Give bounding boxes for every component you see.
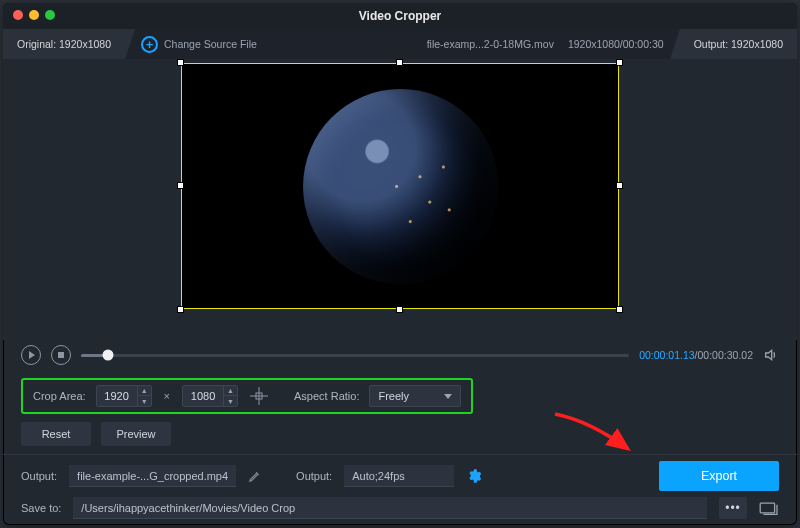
crop-handle-bottom-right[interactable]	[616, 306, 623, 313]
transport-bar: 00:00:01.13/00:00:30.02	[3, 340, 797, 370]
crop-handle-right[interactable]	[616, 182, 623, 189]
crop-height-field[interactable]: ▲▼	[182, 385, 238, 407]
crop-height-down[interactable]: ▼	[224, 396, 237, 406]
original-label: Original:	[17, 38, 56, 50]
close-window-button[interactable]	[13, 10, 23, 20]
save-to-path-value: /Users/ihappyacethinker/Movies/Video Cro…	[81, 502, 295, 514]
traffic-lights	[13, 10, 55, 20]
app-title: Video Cropper	[359, 9, 441, 23]
time-total: /00:00:30.02	[695, 349, 753, 361]
source-filename: file-examp...2-0-18MG.mov	[427, 38, 554, 50]
crop-handle-bottom-left[interactable]	[177, 306, 184, 313]
multiply-icon: ×	[162, 390, 172, 402]
seek-thumb[interactable]	[103, 350, 114, 361]
crop-height-up[interactable]: ▲	[224, 386, 237, 396]
info-bar: Original: 1920x1080 + Change Source File…	[3, 29, 797, 59]
plus-circle-icon: +	[141, 36, 158, 53]
aspect-ratio-select[interactable]: Freely	[369, 385, 461, 407]
output-file-field: file-example-...G_cropped.mp4	[69, 465, 236, 487]
crop-handle-bottom[interactable]	[396, 306, 403, 313]
output-resolution-chip: Output: 1920x1080	[680, 29, 797, 59]
original-value: 1920x1080	[59, 38, 111, 50]
play-button[interactable]	[21, 345, 41, 365]
output-format-value: Auto;24fps	[352, 470, 405, 482]
change-source-file-button[interactable]: + Change Source File	[141, 36, 257, 53]
chevron-down-icon	[444, 394, 452, 399]
open-folder-button[interactable]	[759, 500, 779, 516]
crop-width-input[interactable]	[97, 390, 137, 402]
volume-icon[interactable]	[763, 347, 779, 363]
crop-width-up[interactable]: ▲	[138, 386, 151, 396]
stop-icon	[58, 352, 64, 358]
crop-rectangle[interactable]	[181, 63, 619, 309]
aspect-ratio-label: Aspect Ratio:	[294, 390, 359, 402]
crop-handle-left[interactable]	[177, 182, 184, 189]
output-label: Output:	[694, 38, 728, 50]
crop-controls-highlight: Crop Area: ▲▼ × ▲▼ Aspect Ratio: Freely	[21, 378, 473, 414]
crop-height-input[interactable]	[183, 390, 223, 402]
seek-slider[interactable]	[81, 348, 629, 362]
crop-frame[interactable]	[181, 63, 619, 309]
title-bar: Video Cropper	[3, 3, 797, 29]
crop-width-field[interactable]: ▲▼	[96, 385, 152, 407]
time-current: 00:00:01.13	[639, 349, 694, 361]
output-format-field: Auto;24fps	[344, 465, 454, 487]
reset-button[interactable]: Reset	[21, 422, 91, 446]
export-button[interactable]: Export	[659, 461, 779, 491]
output-settings-button[interactable]	[466, 468, 482, 484]
output-file-value: file-example-...G_cropped.mp4	[77, 470, 228, 482]
save-to-path-field: /Users/ihappyacethinker/Movies/Video Cro…	[73, 497, 707, 519]
save-to-label: Save to:	[21, 502, 61, 514]
play-icon	[29, 351, 35, 359]
crop-width-down[interactable]: ▼	[138, 396, 151, 406]
crop-area-label: Crop Area:	[33, 390, 86, 402]
preview-button[interactable]: Preview	[101, 422, 171, 446]
output-value: 1920x1080	[731, 38, 783, 50]
preview-stage	[3, 59, 797, 340]
output-file-label: Output:	[21, 470, 57, 482]
aspect-ratio-value: Freely	[378, 390, 409, 402]
stop-button[interactable]	[51, 345, 71, 365]
edit-output-name-button[interactable]	[248, 469, 262, 483]
browse-folder-button[interactable]: •••	[719, 497, 747, 519]
original-resolution-chip: Original: 1920x1080	[3, 29, 125, 59]
app-window: Video Cropper Original: 1920x1080 + Chan…	[3, 3, 797, 525]
change-source-file-label: Change Source File	[164, 38, 257, 50]
source-resolution-duration: 1920x1080/00:00:30	[568, 38, 664, 50]
time-display: 00:00:01.13/00:00:30.02	[639, 349, 753, 361]
svg-rect-0	[760, 503, 774, 513]
center-crop-button[interactable]	[248, 385, 270, 407]
maximize-window-button[interactable]	[45, 10, 55, 20]
crop-handle-top-right[interactable]	[616, 59, 623, 66]
output-format-label: Output:	[296, 470, 332, 482]
crop-handle-top[interactable]	[396, 59, 403, 66]
crop-handle-top-left[interactable]	[177, 59, 184, 66]
minimize-window-button[interactable]	[29, 10, 39, 20]
